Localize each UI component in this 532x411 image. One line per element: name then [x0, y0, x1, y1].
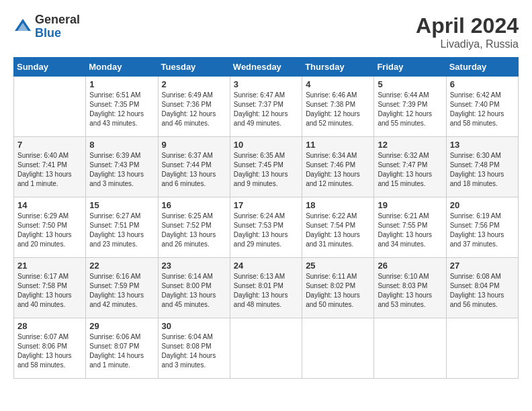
logo-icon	[13, 17, 32, 36]
day-info: Sunrise: 6:17 AM Sunset: 7:58 PM Dayligh…	[17, 272, 82, 310]
day-number: 12	[378, 140, 442, 150]
day-number: 9	[162, 140, 226, 150]
logo-blue: Blue	[35, 27, 80, 40]
day-info: Sunrise: 6:07 AM Sunset: 8:06 PM Dayligh…	[17, 332, 82, 370]
day-info: Sunrise: 6:04 AM Sunset: 8:08 PM Dayligh…	[162, 332, 226, 370]
calendar-table: SundayMondayTuesdayWednesdayThursdayFrid…	[13, 57, 519, 379]
calendar-cell: 23Sunrise: 6:14 AM Sunset: 8:00 PM Dayli…	[158, 258, 230, 318]
day-info: Sunrise: 6:39 AM Sunset: 7:43 PM Dayligh…	[89, 151, 154, 189]
calendar-cell: 16Sunrise: 6:25 AM Sunset: 7:52 PM Dayli…	[158, 197, 230, 258]
day-info: Sunrise: 6:10 AM Sunset: 8:03 PM Dayligh…	[378, 272, 442, 310]
calendar-cell	[374, 318, 446, 379]
day-info: Sunrise: 6:14 AM Sunset: 8:00 PM Dayligh…	[162, 272, 226, 310]
day-info: Sunrise: 6:16 AM Sunset: 7:59 PM Dayligh…	[89, 272, 154, 310]
day-info: Sunrise: 6:46 AM Sunset: 7:38 PM Dayligh…	[306, 91, 370, 128]
day-info: Sunrise: 6:47 AM Sunset: 7:37 PM Dayligh…	[234, 91, 298, 128]
calendar-cell: 29Sunrise: 6:06 AM Sunset: 8:07 PM Dayli…	[86, 318, 158, 379]
day-number: 11	[306, 140, 370, 150]
calendar-cell: 30Sunrise: 6:04 AM Sunset: 8:08 PM Dayli…	[158, 318, 230, 379]
calendar-cell: 17Sunrise: 6:24 AM Sunset: 7:53 PM Dayli…	[230, 197, 302, 258]
day-info: Sunrise: 6:32 AM Sunset: 7:47 PM Dayligh…	[378, 151, 442, 189]
logo-text: General Blue	[35, 13, 80, 40]
day-info: Sunrise: 6:51 AM Sunset: 7:35 PM Dayligh…	[89, 91, 154, 128]
day-number: 1	[89, 79, 154, 89]
day-number: 28	[17, 321, 82, 331]
calendar-cell: 26Sunrise: 6:10 AM Sunset: 8:03 PM Dayli…	[374, 258, 446, 318]
day-info: Sunrise: 6:06 AM Sunset: 8:07 PM Dayligh…	[89, 332, 154, 370]
calendar-cell: 25Sunrise: 6:11 AM Sunset: 8:02 PM Dayli…	[302, 258, 374, 318]
day-info: Sunrise: 6:34 AM Sunset: 7:46 PM Dayligh…	[306, 151, 370, 189]
day-number: 21	[17, 261, 82, 271]
day-number: 14	[17, 200, 82, 210]
calendar-cell: 20Sunrise: 6:19 AM Sunset: 7:56 PM Dayli…	[446, 197, 518, 258]
weekday-header-row: SundayMondayTuesdayWednesdayThursdayFrid…	[14, 58, 519, 77]
calendar-cell: 4Sunrise: 6:46 AM Sunset: 7:38 PM Daylig…	[302, 77, 374, 137]
weekday-header-saturday: Saturday	[446, 58, 518, 77]
day-number: 15	[89, 200, 154, 210]
day-number: 6	[450, 79, 515, 89]
day-number: 8	[89, 140, 154, 150]
day-number: 17	[234, 200, 298, 210]
day-info: Sunrise: 6:42 AM Sunset: 7:40 PM Dayligh…	[450, 91, 515, 128]
day-number: 16	[162, 200, 226, 210]
day-info: Sunrise: 6:37 AM Sunset: 7:44 PM Dayligh…	[162, 151, 226, 189]
day-number: 10	[234, 140, 298, 150]
calendar-cell	[230, 318, 302, 379]
calendar-cell: 22Sunrise: 6:16 AM Sunset: 7:59 PM Dayli…	[86, 258, 158, 318]
calendar-cell: 1Sunrise: 6:51 AM Sunset: 7:35 PM Daylig…	[86, 77, 158, 137]
weekday-header-monday: Monday	[86, 58, 158, 77]
weekday-header-friday: Friday	[374, 58, 446, 77]
day-number: 23	[162, 261, 226, 271]
calendar-cell: 24Sunrise: 6:13 AM Sunset: 8:01 PM Dayli…	[230, 258, 302, 318]
calendar-cell	[14, 77, 86, 137]
page-header: General Blue April 2024 Livadiya, Russia	[13, 13, 519, 50]
day-info: Sunrise: 6:22 AM Sunset: 7:54 PM Dayligh…	[306, 212, 370, 249]
logo-general: General	[35, 13, 80, 27]
day-number: 20	[450, 200, 515, 210]
day-info: Sunrise: 6:49 AM Sunset: 7:36 PM Dayligh…	[162, 91, 226, 128]
weekday-header-thursday: Thursday	[302, 58, 374, 77]
day-number: 13	[450, 140, 515, 150]
day-info: Sunrise: 6:21 AM Sunset: 7:55 PM Dayligh…	[378, 212, 442, 249]
calendar-cell: 28Sunrise: 6:07 AM Sunset: 8:06 PM Dayli…	[14, 318, 86, 379]
day-info: Sunrise: 6:44 AM Sunset: 7:39 PM Dayligh…	[378, 91, 442, 128]
weekday-header-tuesday: Tuesday	[158, 58, 230, 77]
day-info: Sunrise: 6:11 AM Sunset: 8:02 PM Dayligh…	[306, 272, 370, 310]
day-info: Sunrise: 6:27 AM Sunset: 7:51 PM Dayligh…	[89, 212, 154, 249]
month-year: April 2024	[416, 13, 519, 38]
calendar-cell: 3Sunrise: 6:47 AM Sunset: 7:37 PM Daylig…	[230, 77, 302, 137]
day-number: 30	[162, 321, 226, 331]
day-info: Sunrise: 6:30 AM Sunset: 7:48 PM Dayligh…	[450, 151, 515, 189]
calendar-cell: 12Sunrise: 6:32 AM Sunset: 7:47 PM Dayli…	[374, 137, 446, 197]
calendar-cell: 21Sunrise: 6:17 AM Sunset: 7:58 PM Dayli…	[14, 258, 86, 318]
calendar-cell: 9Sunrise: 6:37 AM Sunset: 7:44 PM Daylig…	[158, 137, 230, 197]
location: Livadiya, Russia	[416, 38, 519, 50]
day-number: 29	[89, 321, 154, 331]
day-number: 7	[17, 140, 82, 150]
calendar-cell: 8Sunrise: 6:39 AM Sunset: 7:43 PM Daylig…	[86, 137, 158, 197]
day-info: Sunrise: 6:35 AM Sunset: 7:45 PM Dayligh…	[234, 151, 298, 189]
day-number: 3	[234, 79, 298, 89]
calendar-cell: 18Sunrise: 6:22 AM Sunset: 7:54 PM Dayli…	[302, 197, 374, 258]
day-info: Sunrise: 6:29 AM Sunset: 7:50 PM Dayligh…	[17, 212, 82, 249]
calendar-week-row: 28Sunrise: 6:07 AM Sunset: 8:06 PM Dayli…	[14, 318, 519, 379]
calendar-cell: 27Sunrise: 6:08 AM Sunset: 8:04 PM Dayli…	[446, 258, 518, 318]
day-info: Sunrise: 6:13 AM Sunset: 8:01 PM Dayligh…	[234, 272, 298, 310]
day-number: 19	[378, 200, 442, 210]
calendar-week-row: 7Sunrise: 6:40 AM Sunset: 7:41 PM Daylig…	[14, 137, 519, 197]
day-info: Sunrise: 6:19 AM Sunset: 7:56 PM Dayligh…	[450, 212, 515, 249]
day-number: 24	[234, 261, 298, 271]
calendar-cell	[446, 318, 518, 379]
day-number: 25	[306, 261, 370, 271]
logo: General Blue	[13, 13, 80, 40]
day-number: 5	[378, 79, 442, 89]
day-number: 4	[306, 79, 370, 89]
day-info: Sunrise: 6:08 AM Sunset: 8:04 PM Dayligh…	[450, 272, 515, 310]
calendar-cell: 11Sunrise: 6:34 AM Sunset: 7:46 PM Dayli…	[302, 137, 374, 197]
calendar-cell: 2Sunrise: 6:49 AM Sunset: 7:36 PM Daylig…	[158, 77, 230, 137]
calendar-cell: 6Sunrise: 6:42 AM Sunset: 7:40 PM Daylig…	[446, 77, 518, 137]
day-number: 26	[378, 261, 442, 271]
day-info: Sunrise: 6:40 AM Sunset: 7:41 PM Dayligh…	[17, 151, 82, 189]
calendar-week-row: 1Sunrise: 6:51 AM Sunset: 7:35 PM Daylig…	[14, 77, 519, 137]
calendar-cell: 5Sunrise: 6:44 AM Sunset: 7:39 PM Daylig…	[374, 77, 446, 137]
